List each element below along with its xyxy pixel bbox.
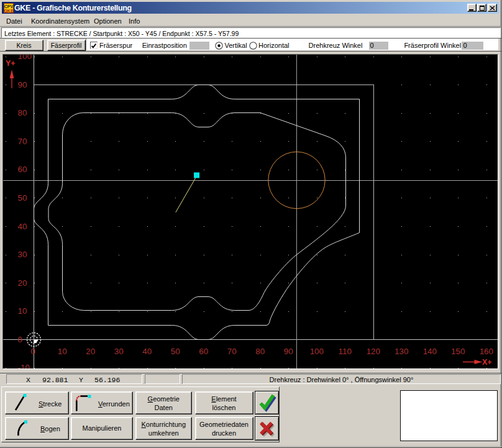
svg-text:60: 60 <box>199 347 208 356</box>
svg-text:0: 0 <box>30 347 35 356</box>
svg-text:90: 90 <box>284 347 293 356</box>
svg-text:X+: X+ <box>482 358 492 367</box>
svg-text:130: 130 <box>395 347 408 356</box>
svg-text:20: 20 <box>86 347 95 356</box>
svg-text:20: 20 <box>18 278 27 288</box>
svg-text:90: 90 <box>18 80 27 89</box>
svg-text:80: 80 <box>18 108 27 117</box>
svg-text:70: 70 <box>18 137 27 146</box>
svg-text:100: 100 <box>310 347 324 356</box>
svg-text:GKE: GKE <box>4 9 14 13</box>
svg-text:50: 50 <box>171 347 180 356</box>
svg-text:0: 0 <box>18 335 22 344</box>
svg-text:50: 50 <box>18 193 27 203</box>
svg-text:140: 140 <box>423 347 437 356</box>
svg-text:70: 70 <box>227 347 237 356</box>
svg-text:40: 40 <box>18 222 27 231</box>
svg-text:30: 30 <box>114 347 124 356</box>
svg-text:80: 80 <box>255 347 265 356</box>
svg-text:Y+: Y+ <box>6 59 16 68</box>
svg-text:CPV: CPV <box>4 4 14 9</box>
svg-text:30: 30 <box>18 250 27 259</box>
svg-text:40: 40 <box>142 347 152 356</box>
svg-text:110: 110 <box>339 347 352 356</box>
svg-text:100: 100 <box>18 55 32 61</box>
svg-text:-10: -10 <box>18 363 30 368</box>
svg-text:10: 10 <box>58 347 67 356</box>
svg-text:160: 160 <box>480 347 493 356</box>
svg-text:120: 120 <box>367 347 380 356</box>
svg-text:150: 150 <box>451 347 465 356</box>
svg-text:60: 60 <box>18 165 27 174</box>
svg-text:10: 10 <box>18 306 27 316</box>
